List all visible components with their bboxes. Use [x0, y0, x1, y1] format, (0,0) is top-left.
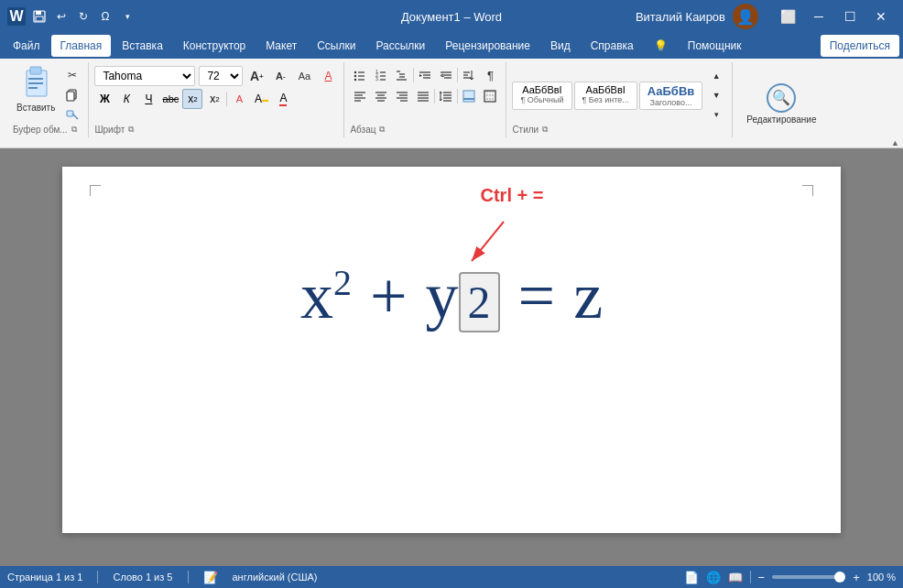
justify-button[interactable] — [413, 87, 433, 105]
zoom-out-button[interactable]: − — [758, 571, 766, 584]
undo-button[interactable]: ↩ — [53, 8, 70, 25]
view-print-icon[interactable]: 📄 — [684, 571, 699, 584]
svg-line-66 — [472, 222, 504, 261]
subscript-highlighted[interactable]: 2 — [459, 272, 500, 332]
style-heading1[interactable]: АаБбВв Заголово... — [639, 82, 703, 110]
svg-point-14 — [354, 75, 356, 77]
bullets-button[interactable] — [350, 66, 370, 84]
ribbon-toggle-button[interactable]: ⬜ — [773, 5, 802, 27]
decrease-indent-button[interactable] — [415, 66, 435, 84]
subscript-button[interactable]: x2 — [182, 89, 202, 109]
statusbar-sep1 — [97, 571, 98, 583]
view-web-icon[interactable]: 🌐 — [706, 571, 721, 584]
font-family-select[interactable]: Tahoma — [94, 66, 195, 86]
highlight-button[interactable]: A▬ — [251, 89, 271, 109]
style-no-spacing[interactable]: АаБбВвI ¶ Без инте... — [574, 82, 637, 110]
increase-indent-button[interactable] — [436, 66, 456, 84]
font-size-select[interactable]: 72 — [199, 66, 243, 86]
styles-scroll-up[interactable]: ▲ — [706, 67, 726, 85]
styles-scroll-down[interactable]: ▼ — [706, 86, 726, 104]
show-marks-button[interactable]: ¶ — [480, 66, 500, 84]
border-button[interactable] — [480, 87, 500, 105]
maximize-button[interactable]: ☐ — [835, 5, 865, 27]
font-shrink-button[interactable]: A- — [270, 67, 290, 85]
case-button[interactable]: Aa — [294, 67, 314, 85]
word-count: Слово 1 из 5 — [113, 572, 172, 583]
clear-format-button[interactable]: A — [318, 67, 338, 85]
svg-rect-7 — [28, 87, 38, 89]
share-button[interactable]: Поделиться — [821, 35, 899, 57]
text-effect-button[interactable]: A — [229, 89, 249, 109]
zoom-level: 100 % — [867, 572, 896, 583]
paste-button[interactable]: Вставить — [13, 62, 59, 114]
menu-design[interactable]: Конструктор — [174, 35, 255, 57]
zoom-thumb[interactable] — [834, 572, 845, 583]
menu-assistant[interactable]: Помощник — [679, 35, 751, 57]
font-color-button[interactable]: A — [273, 89, 293, 109]
menu-file[interactable]: Файл — [4, 35, 49, 57]
menu-mailings[interactable]: Рассылки — [366, 35, 434, 57]
menu-help[interactable]: Справка — [582, 35, 643, 57]
superscript-button[interactable]: x2 — [204, 89, 224, 109]
svg-rect-6 — [28, 82, 43, 84]
omega-button[interactable]: Ω — [97, 8, 114, 25]
spell-check-icon: 📝 — [203, 571, 218, 584]
collapse-ribbon-button[interactable]: ▲ — [891, 138, 899, 147]
sort-button[interactable] — [459, 66, 479, 84]
paragraph-group: 1.2.3. — [344, 62, 506, 137]
zoom-in-button[interactable]: + — [853, 571, 860, 584]
para-divider3 — [434, 89, 435, 103]
customize-button[interactable]: ▾ — [119, 8, 136, 25]
minimize-button[interactable]: ─ — [804, 5, 833, 27]
multilevel-button[interactable] — [392, 66, 412, 84]
styles-expand[interactable]: ▾ — [706, 105, 726, 124]
strikethrough-button[interactable]: abc — [160, 89, 180, 109]
close-button[interactable]: ✕ — [866, 5, 896, 27]
para-divider1 — [413, 68, 414, 82]
align-right-button[interactable] — [392, 87, 412, 105]
copy-button[interactable] — [62, 86, 82, 104]
document-page: x2 + y2 Ctrl + = — [62, 167, 841, 533]
numbering-button[interactable]: 1.2.3. — [371, 66, 391, 84]
bold-button[interactable]: Ж — [94, 89, 114, 109]
paragraph-expand[interactable]: ⧉ — [379, 125, 385, 135]
underline-button[interactable]: Ч — [138, 89, 158, 109]
format-painter-button[interactable] — [62, 106, 82, 125]
shortcut-label: Ctrl + = — [481, 185, 544, 206]
app-icon: W — [7, 7, 26, 26]
search-editing-button[interactable]: 🔍 Редактирование — [738, 79, 824, 129]
svg-rect-9 — [67, 92, 74, 101]
save-button[interactable] — [31, 8, 48, 25]
align-center-button[interactable] — [371, 87, 391, 105]
menu-review[interactable]: Рецензирование — [436, 35, 539, 57]
menu-layout[interactable]: Макет — [256, 35, 306, 57]
svg-rect-10 — [67, 111, 73, 116]
view-read-icon[interactable]: 📖 — [728, 571, 743, 584]
clipboard-expand[interactable]: ⧉ — [71, 125, 77, 135]
menu-ideas[interactable]: 💡 — [645, 35, 677, 57]
user-info: Виталий Каиров 👤 ⬜ ─ ☐ ✕ — [636, 4, 896, 29]
cut-button[interactable]: ✂ — [62, 66, 82, 84]
divider — [226, 92, 227, 106]
menu-insert[interactable]: Вставка — [113, 35, 172, 57]
align-left-button[interactable] — [350, 87, 370, 105]
menu-references[interactable]: Ссылки — [308, 35, 364, 57]
shading-button[interactable] — [459, 87, 479, 105]
font-group: Tahoma 72 A+ A- Aa A Ж К — [89, 62, 344, 137]
italic-button[interactable]: К — [116, 89, 136, 109]
window-title: Документ1 – Word — [401, 10, 502, 24]
statusbar-right: 📄 🌐 📖 − + 100 % — [684, 571, 896, 584]
font-grow-button[interactable]: A+ — [246, 67, 267, 85]
svg-marker-31 — [419, 74, 422, 77]
style-normal[interactable]: АаБбВвI ¶ Обычный — [512, 82, 571, 110]
menu-view[interactable]: Вид — [541, 35, 580, 57]
font-expand[interactable]: ⧉ — [128, 125, 134, 135]
menu-home[interactable]: Главная — [51, 35, 112, 57]
redo-button[interactable]: ↻ — [75, 8, 92, 25]
zoom-slider[interactable] — [772, 575, 845, 579]
svg-point-12 — [354, 71, 356, 73]
styles-expand-btn[interactable]: ⧉ — [542, 125, 548, 135]
clipboard-group: Вставить ✂ Буфер обм... — [7, 62, 89, 137]
statusbar-sep3 — [750, 571, 751, 583]
line-spacing-button[interactable] — [436, 87, 456, 105]
